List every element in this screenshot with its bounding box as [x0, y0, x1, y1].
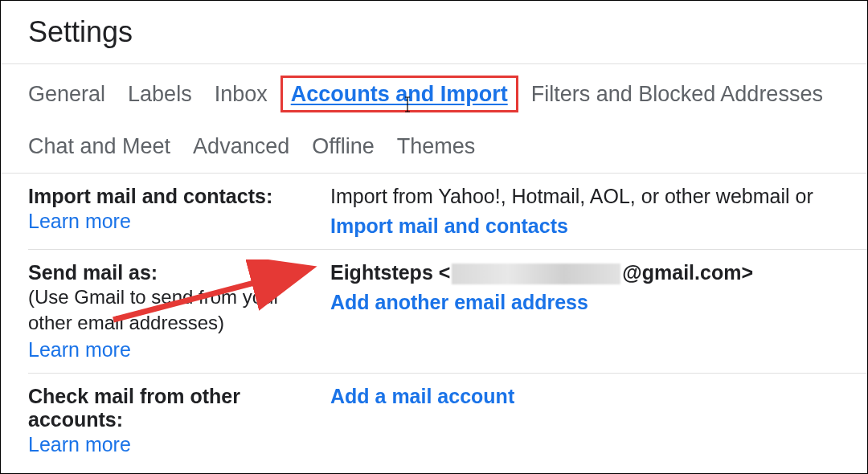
send-mail-as-learn-more-link[interactable]: Learn more	[28, 338, 131, 362]
tab-chat-and-meet[interactable]: Chat and Meet	[28, 132, 170, 161]
tab-advanced[interactable]: Advanced	[193, 132, 289, 161]
check-mail-learn-more-link[interactable]: Learn more	[28, 433, 131, 456]
import-mail-learn-more-link[interactable]: Learn more	[28, 210, 131, 233]
send-mail-as-email: Eightsteps <@gmail.com>	[330, 261, 867, 284]
send-mail-as-sub: (Use Gmail to send from your other email…	[28, 284, 311, 337]
email-domain: @gmail.com>	[622, 261, 753, 284]
tab-labels[interactable]: Labels	[128, 80, 192, 108]
tab-offline[interactable]: Offline	[312, 132, 375, 161]
tab-filters-and-blocked[interactable]: Filters and Blocked Addresses	[531, 80, 823, 108]
import-mail-title: Import mail and contacts:	[28, 185, 311, 208]
section-check-mail: Check mail from other accounts: Learn mo…	[28, 374, 867, 468]
tab-accounts-and-import[interactable]: Accounts and Import	[280, 76, 518, 112]
redacted-email-local	[452, 264, 620, 284]
tab-general[interactable]: General	[28, 80, 105, 108]
section-import-mail: Import mail and contacts: Learn more Imp…	[28, 174, 867, 250]
check-mail-title: Check mail from other accounts:	[28, 385, 311, 431]
section-send-mail-as: Send mail as: (Use Gmail to send from yo…	[28, 250, 867, 374]
tabs-bar: General Labels Inbox Accounts and Import…	[1, 63, 867, 174]
page-title: Settings	[1, 1, 867, 63]
import-mail-and-contacts-link[interactable]: Import mail and contacts	[330, 215, 568, 238]
add-another-email-link[interactable]: Add another email address	[330, 291, 588, 314]
tab-themes[interactable]: Themes	[397, 132, 476, 161]
email-display-name: Eightsteps	[330, 261, 433, 284]
tab-inbox[interactable]: Inbox	[215, 80, 268, 108]
add-mail-account-link[interactable]: Add a mail account	[330, 385, 514, 408]
send-mail-as-title: Send mail as:	[28, 261, 311, 284]
import-mail-desc: Import from Yahoo!, Hotmail, AOL, or oth…	[330, 185, 867, 208]
email-open-bracket: <	[439, 261, 451, 284]
